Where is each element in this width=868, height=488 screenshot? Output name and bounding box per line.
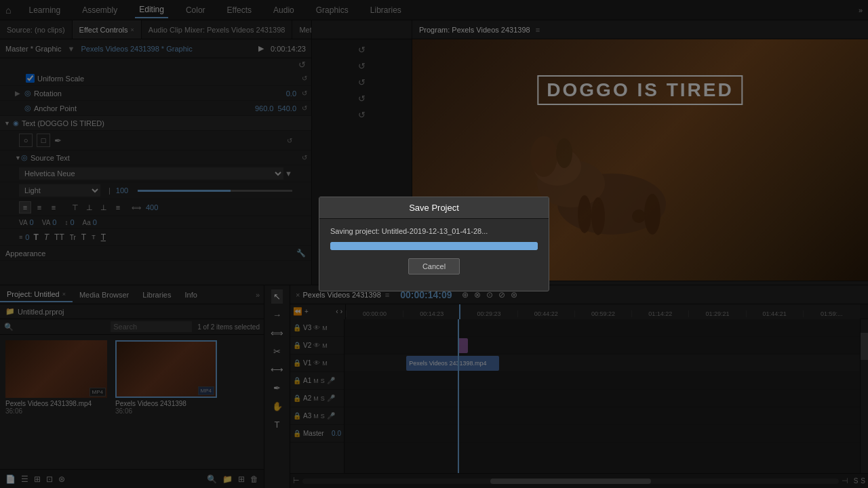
modal-progress-bar [330,242,538,250]
modal-footer: Cancel [330,258,538,283]
modal-body: Saving project: Untitled-2019-12-13_01-4… [319,219,549,291]
modal-cancel-button[interactable]: Cancel [408,258,460,274]
modal-progress-fill [330,242,538,250]
modal-message: Saving project: Untitled-2019-12-13_01-4… [330,227,538,235]
save-project-modal: Save Project Saving project: Untitled-20… [319,197,549,291]
modal-overlay: Save Project Saving project: Untitled-20… [0,0,868,488]
modal-title: Save Project [319,197,549,219]
